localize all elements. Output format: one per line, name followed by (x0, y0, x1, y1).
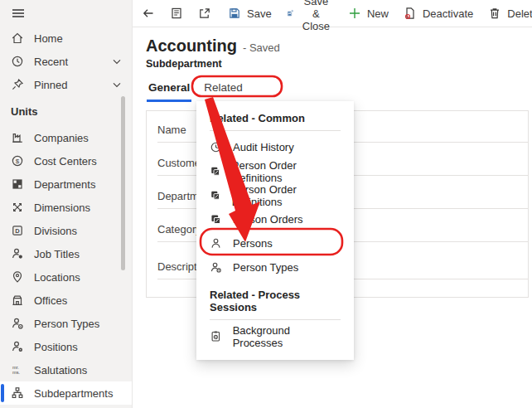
menu-section-title: Related - Process Sessions (196, 284, 354, 319)
menu-item-person-types[interactable]: Person Types (196, 255, 354, 279)
menu-item-label: Person Order Definitions (232, 183, 341, 208)
sidebar-item-positions[interactable]: Positions (0, 335, 132, 358)
sidebar-item-home[interactable]: Home (0, 27, 132, 50)
person-icon (210, 237, 222, 250)
delete-button[interactable]: Delete (481, 2, 532, 25)
job-titles-icon (11, 247, 24, 260)
clock-icon (11, 55, 24, 68)
back-button[interactable] (136, 2, 161, 25)
save-and-close-button[interactable]: Save & Close (279, 2, 341, 25)
svg-text:D: D (15, 227, 20, 235)
entity-icon (210, 165, 221, 177)
save-status: - Saved (243, 41, 280, 54)
sidebar-item-offices[interactable]: Offices (0, 289, 132, 312)
sidebar-section-units: Units (0, 96, 132, 126)
sidebar-item-label: Salutations (34, 364, 87, 376)
menu-item-person-orders[interactable]: Person Orders (196, 207, 354, 231)
entity-icon (210, 189, 221, 202)
tab-general[interactable]: General (147, 78, 191, 102)
menu-item-label: Person Types (233, 261, 298, 274)
delete-icon (488, 7, 501, 20)
save-and-close-label: Save & Close (299, 0, 333, 32)
home-icon (11, 32, 24, 45)
departments-icon (11, 177, 24, 191)
deactivate-button[interactable]: Deactivate (396, 2, 481, 25)
menu-section-title: Related - Common (196, 108, 354, 130)
cost-centers-icon: $ (11, 154, 24, 168)
menu-item-label: Person Order Definitions (232, 159, 341, 184)
sidebar-item-salutations[interactable]: mr. ms. Salutations (0, 358, 132, 381)
command-bar: Save Save & Close New Deactivate (133, 0, 532, 27)
sidebar-item-label: Departments (34, 178, 95, 191)
salutations-icon: mr. ms. (11, 363, 24, 376)
sidebar-item-label: Dimensions (34, 202, 90, 214)
plus-icon (348, 7, 361, 20)
related-dropdown-menu: Related - Common Audit History Person Or… (196, 101, 354, 360)
positions-icon (11, 340, 24, 353)
form-selector-button[interactable] (164, 2, 189, 25)
sidebar-item-label: Cost Centers (34, 155, 97, 168)
hamburger-menu-icon (11, 6, 26, 21)
sidebar-item-dimensions[interactable]: Dimensions (0, 196, 132, 219)
locations-icon (11, 270, 24, 284)
subdepartments-icon (11, 386, 24, 400)
form-icon (170, 7, 183, 20)
delete-label: Delete (507, 7, 532, 20)
offices-icon (11, 294, 24, 307)
menu-item-person-order-definitions[interactable]: Person Order Definitions (196, 159, 354, 183)
deactivate-label: Deactivate (423, 7, 473, 20)
back-arrow-icon (142, 7, 155, 20)
sidebar-item-label: Positions (34, 341, 78, 353)
dimensions-icon (11, 201, 24, 214)
save-icon (228, 7, 241, 20)
sidebar-item-divisions[interactable]: D Divisions (0, 219, 132, 242)
sidebar-item-subdepartments[interactable]: Subdepartments (0, 381, 132, 405)
divisions-icon: D (11, 224, 24, 237)
popout-icon (198, 7, 211, 20)
entity-icon (210, 213, 222, 226)
sidebar-item-label: Subdepartments (34, 387, 113, 400)
sidebar-item-departments[interactable]: Departments (0, 172, 132, 196)
menu-item-label: Person Orders (233, 213, 303, 226)
menu-item-label: Persons (233, 237, 273, 250)
sidebar: Home Recent Pinned Units Companies $ Cos… (0, 0, 133, 408)
sidebar-item-pinned[interactable]: Pinned (0, 73, 132, 96)
pin-icon (11, 78, 24, 91)
tab-strip: General Related (147, 78, 244, 102)
tab-related[interactable]: Related (202, 78, 244, 102)
clipboard-gear-icon (210, 330, 222, 342)
menu-item-background-processes[interactable]: Background Processes (196, 324, 354, 348)
field-label: Name (157, 124, 186, 142)
sidebar-item-recent[interactable]: Recent (0, 50, 132, 73)
menu-item-person-order-definitions-2[interactable]: Person Order Definitions (196, 183, 354, 207)
sidebar-item-label: Offices (34, 294, 67, 307)
sidebar-item-label: Locations (34, 271, 80, 284)
menu-item-audit-history[interactable]: Audit History (196, 135, 354, 159)
hamburger-menu-button[interactable] (0, 0, 132, 27)
menu-item-persons[interactable]: Persons (196, 231, 354, 255)
sidebar-scrollbar-thumb[interactable] (121, 96, 125, 270)
sidebar-item-label: Divisions (34, 225, 77, 237)
field-label: Category (157, 223, 201, 241)
sidebar-item-label: Companies (34, 132, 89, 144)
sidebar-item-job-titles[interactable]: Job Titles (0, 242, 132, 265)
svg-text:ms.: ms. (12, 370, 20, 375)
sidebar-item-locations[interactable]: Locations (0, 265, 132, 289)
sidebar-item-companies[interactable]: Companies (0, 126, 132, 149)
popout-button[interactable] (192, 2, 217, 25)
menu-item-label: Audit History (233, 141, 294, 153)
sidebar-item-label: Recent (34, 56, 68, 68)
save-button[interactable]: Save (220, 2, 279, 25)
sidebar-item-label: Pinned (34, 79, 67, 91)
companies-icon (11, 131, 24, 144)
menu-divider (210, 319, 341, 320)
sidebar-item-label: Person Types (34, 318, 99, 330)
sidebar-item-cost-centers[interactable]: $ Cost Centers (0, 149, 132, 172)
person-types-icon (11, 317, 24, 330)
person-gear-icon (210, 261, 222, 274)
new-button[interactable]: New (341, 2, 396, 25)
svg-text:mr.: mr. (12, 365, 19, 370)
svg-text:$: $ (16, 158, 20, 165)
sidebar-item-person-types[interactable]: Person Types (0, 312, 132, 335)
page-title: Accounting (146, 36, 237, 56)
